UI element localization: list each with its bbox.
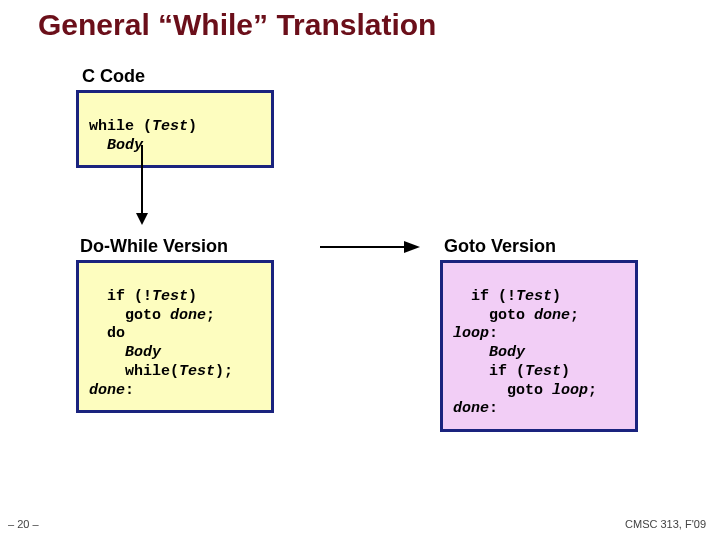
code-text: done — [89, 382, 125, 399]
code-box-goto: if (!Test) goto done; loop: Body if (Tes… — [440, 260, 638, 432]
code-text: ) — [552, 288, 561, 305]
code-text: : — [125, 382, 134, 399]
code-text: : — [489, 400, 498, 417]
code-text: Test — [516, 288, 552, 305]
code-text: Test — [152, 118, 188, 135]
code-box-ccode: while (Test) Body — [76, 90, 274, 168]
code-text: if (! — [89, 288, 152, 305]
code-text: ) — [188, 118, 197, 135]
code-box-dowhile: if (!Test) goto done; do Body while(Test… — [76, 260, 274, 413]
code-text: ; — [570, 307, 579, 324]
arrow-right-icon — [320, 238, 420, 256]
code-text: ); — [215, 363, 233, 380]
code-text: done — [170, 307, 206, 324]
label-dowhile: Do-While Version — [80, 236, 228, 257]
code-text: goto — [89, 307, 170, 324]
code-text: Test — [525, 363, 561, 380]
code-text — [89, 344, 125, 361]
code-text: ) — [561, 363, 570, 380]
code-text — [89, 137, 107, 154]
arrow-down-icon — [132, 145, 152, 225]
label-goto: Goto Version — [444, 236, 556, 257]
code-text: Body — [489, 344, 525, 361]
code-text — [453, 344, 489, 361]
code-text: loop — [552, 382, 588, 399]
code-text: ; — [206, 307, 215, 324]
code-text: do — [89, 325, 125, 342]
code-text: Test — [179, 363, 215, 380]
code-text: done — [534, 307, 570, 324]
code-text: if (! — [453, 288, 516, 305]
label-c-code: C Code — [82, 66, 145, 87]
page-number: – 20 – — [8, 518, 39, 530]
code-text: : — [489, 325, 498, 342]
course-label: CMSC 313, F'09 — [625, 518, 706, 530]
code-text: Test — [152, 288, 188, 305]
code-text: goto — [453, 307, 534, 324]
code-text: if ( — [453, 363, 525, 380]
code-text: done — [453, 400, 489, 417]
code-text: while ( — [89, 118, 152, 135]
code-text: Body — [125, 344, 161, 361]
slide-title: General “While” Translation — [38, 8, 436, 42]
code-text: ) — [188, 288, 197, 305]
svg-marker-3 — [404, 241, 420, 253]
code-text: ; — [588, 382, 597, 399]
svg-marker-1 — [136, 213, 148, 225]
code-text: while( — [89, 363, 179, 380]
code-text: goto — [453, 382, 552, 399]
code-text: loop — [453, 325, 489, 342]
